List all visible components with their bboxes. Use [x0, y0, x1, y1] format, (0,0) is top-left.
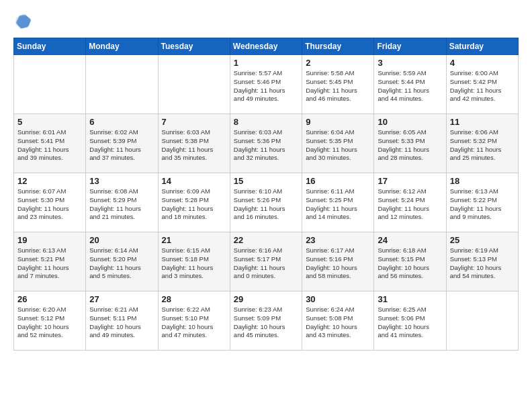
day-info: Sunrise: 6:13 AM Sunset: 5:21 PM Dayligh… — [17, 246, 82, 281]
day-number: 12 — [17, 176, 82, 186]
calendar-cell: 9Sunrise: 6:04 AM Sunset: 5:35 PM Daylig… — [302, 114, 374, 173]
calendar-cell: 8Sunrise: 6:03 AM Sunset: 5:36 PM Daylig… — [230, 114, 302, 173]
day-number: 14 — [162, 176, 226, 186]
day-number: 24 — [378, 235, 442, 245]
day-number: 15 — [234, 176, 298, 186]
calendar-week-4: 19Sunrise: 6:13 AM Sunset: 5:21 PM Dayli… — [14, 232, 519, 291]
calendar-cell: 25Sunrise: 6:19 AM Sunset: 5:13 PM Dayli… — [446, 232, 518, 291]
calendar-cell: 15Sunrise: 6:10 AM Sunset: 5:26 PM Dayli… — [230, 173, 302, 232]
day-info: Sunrise: 6:19 AM Sunset: 5:13 PM Dayligh… — [450, 246, 515, 281]
weekday-header-thursday: Thursday — [302, 38, 374, 55]
calendar-cell — [446, 291, 518, 351]
calendar-cell: 12Sunrise: 6:07 AM Sunset: 5:30 PM Dayli… — [14, 173, 86, 232]
calendar-cell: 29Sunrise: 6:23 AM Sunset: 5:09 PM Dayli… — [230, 291, 302, 351]
day-info: Sunrise: 6:06 AM Sunset: 5:32 PM Dayligh… — [450, 128, 515, 163]
logo — [13, 12, 35, 31]
calendar-cell: 14Sunrise: 6:09 AM Sunset: 5:28 PM Dayli… — [158, 173, 230, 232]
day-info: Sunrise: 6:16 AM Sunset: 5:17 PM Dayligh… — [234, 246, 298, 281]
day-info: Sunrise: 6:01 AM Sunset: 5:41 PM Dayligh… — [17, 128, 82, 163]
calendar-cell: 28Sunrise: 6:22 AM Sunset: 5:10 PM Dayli… — [158, 291, 230, 351]
day-info: Sunrise: 5:59 AM Sunset: 5:44 PM Dayligh… — [378, 69, 442, 103]
calendar-cell: 19Sunrise: 6:13 AM Sunset: 5:21 PM Dayli… — [14, 232, 86, 291]
day-number: 6 — [89, 117, 154, 127]
day-number: 22 — [234, 235, 298, 245]
day-info: Sunrise: 6:03 AM Sunset: 5:36 PM Dayligh… — [234, 128, 298, 163]
calendar-cell: 13Sunrise: 6:08 AM Sunset: 5:29 PM Dayli… — [86, 173, 158, 232]
logo-icon — [13, 12, 32, 31]
day-info: Sunrise: 6:23 AM Sunset: 5:09 PM Dayligh… — [234, 306, 298, 340]
calendar-cell: 22Sunrise: 6:16 AM Sunset: 5:17 PM Dayli… — [230, 232, 302, 291]
day-info: Sunrise: 6:24 AM Sunset: 5:08 PM Dayligh… — [306, 306, 370, 340]
day-info: Sunrise: 6:15 AM Sunset: 5:18 PM Dayligh… — [162, 246, 226, 281]
calendar-cell: 26Sunrise: 6:20 AM Sunset: 5:12 PM Dayli… — [14, 291, 86, 351]
calendar-cell — [86, 55, 158, 114]
day-info: Sunrise: 6:11 AM Sunset: 5:25 PM Dayligh… — [306, 187, 370, 222]
day-info: Sunrise: 6:05 AM Sunset: 5:33 PM Dayligh… — [378, 128, 442, 163]
calendar-cell: 17Sunrise: 6:12 AM Sunset: 5:24 PM Dayli… — [374, 173, 446, 232]
calendar-cell: 1Sunrise: 5:57 AM Sunset: 5:46 PM Daylig… — [230, 55, 302, 114]
day-number: 7 — [162, 117, 226, 127]
day-info: Sunrise: 6:00 AM Sunset: 5:42 PM Dayligh… — [450, 69, 515, 103]
calendar-body: 1Sunrise: 5:57 AM Sunset: 5:46 PM Daylig… — [14, 55, 519, 351]
calendar-cell: 7Sunrise: 6:03 AM Sunset: 5:38 PM Daylig… — [158, 114, 230, 173]
calendar-week-3: 12Sunrise: 6:07 AM Sunset: 5:30 PM Dayli… — [14, 173, 519, 232]
day-number: 28 — [162, 294, 226, 304]
day-number: 1 — [234, 58, 298, 68]
day-number: 3 — [378, 58, 442, 68]
weekday-header-saturday: Saturday — [446, 38, 518, 55]
day-info: Sunrise: 6:04 AM Sunset: 5:35 PM Dayligh… — [306, 128, 370, 163]
day-number: 2 — [306, 58, 370, 68]
day-number: 11 — [450, 117, 515, 127]
day-info: Sunrise: 6:10 AM Sunset: 5:26 PM Dayligh… — [234, 187, 298, 222]
day-number: 16 — [306, 176, 370, 186]
day-info: Sunrise: 6:09 AM Sunset: 5:28 PM Dayligh… — [162, 187, 226, 222]
day-number: 21 — [162, 235, 226, 245]
day-info: Sunrise: 6:20 AM Sunset: 5:12 PM Dayligh… — [17, 306, 82, 340]
calendar-cell: 24Sunrise: 6:18 AM Sunset: 5:15 PM Dayli… — [374, 232, 446, 291]
calendar-cell: 5Sunrise: 6:01 AM Sunset: 5:41 PM Daylig… — [14, 114, 86, 173]
calendar-cell: 16Sunrise: 6:11 AM Sunset: 5:25 PM Dayli… — [302, 173, 374, 232]
day-number: 8 — [234, 117, 298, 127]
day-number: 9 — [306, 117, 370, 127]
weekday-header-monday: Monday — [86, 38, 158, 55]
weekday-header-friday: Friday — [374, 38, 446, 55]
day-number: 27 — [89, 294, 154, 304]
calendar-cell: 27Sunrise: 6:21 AM Sunset: 5:11 PM Dayli… — [86, 291, 158, 351]
day-number: 4 — [450, 58, 515, 68]
day-number: 20 — [89, 235, 154, 245]
day-number: 17 — [378, 176, 442, 186]
day-number: 10 — [378, 117, 442, 127]
weekday-header-wednesday: Wednesday — [230, 38, 302, 55]
calendar-cell: 6Sunrise: 6:02 AM Sunset: 5:39 PM Daylig… — [86, 114, 158, 173]
page: SundayMondayTuesdayWednesdayThursdayFrid… — [0, 0, 532, 411]
weekday-header-sunday: Sunday — [14, 38, 86, 55]
day-info: Sunrise: 6:13 AM Sunset: 5:22 PM Dayligh… — [450, 187, 515, 222]
calendar-week-2: 5Sunrise: 6:01 AM Sunset: 5:41 PM Daylig… — [14, 114, 519, 173]
day-info: Sunrise: 5:58 AM Sunset: 5:45 PM Dayligh… — [306, 69, 370, 103]
day-info: Sunrise: 6:25 AM Sunset: 5:06 PM Dayligh… — [378, 306, 442, 340]
day-number: 31 — [378, 294, 442, 304]
calendar-cell: 20Sunrise: 6:14 AM Sunset: 5:20 PM Dayli… — [86, 232, 158, 291]
day-number: 5 — [17, 117, 82, 127]
day-info: Sunrise: 6:08 AM Sunset: 5:29 PM Dayligh… — [89, 187, 154, 222]
day-info: Sunrise: 6:18 AM Sunset: 5:15 PM Dayligh… — [378, 246, 442, 281]
calendar-header: SundayMondayTuesdayWednesdayThursdayFrid… — [14, 38, 519, 55]
day-number: 29 — [234, 294, 298, 304]
day-info: Sunrise: 6:12 AM Sunset: 5:24 PM Dayligh… — [378, 187, 442, 222]
calendar-week-5: 26Sunrise: 6:20 AM Sunset: 5:12 PM Dayli… — [14, 291, 519, 351]
svg-marker-2 — [16, 15, 32, 29]
weekday-header-tuesday: Tuesday — [158, 38, 230, 55]
day-info: Sunrise: 6:17 AM Sunset: 5:16 PM Dayligh… — [306, 246, 370, 281]
calendar-cell: 23Sunrise: 6:17 AM Sunset: 5:16 PM Dayli… — [302, 232, 374, 291]
day-number: 18 — [450, 176, 515, 186]
day-info: Sunrise: 6:03 AM Sunset: 5:38 PM Dayligh… — [162, 128, 226, 163]
header — [13, 12, 519, 31]
calendar-cell: 30Sunrise: 6:24 AM Sunset: 5:08 PM Dayli… — [302, 291, 374, 351]
calendar-cell: 10Sunrise: 6:05 AM Sunset: 5:33 PM Dayli… — [374, 114, 446, 173]
calendar-cell: 3Sunrise: 5:59 AM Sunset: 5:44 PM Daylig… — [374, 55, 446, 114]
weekday-header-row: SundayMondayTuesdayWednesdayThursdayFrid… — [14, 38, 519, 55]
calendar-cell: 2Sunrise: 5:58 AM Sunset: 5:45 PM Daylig… — [302, 55, 374, 114]
day-info: Sunrise: 6:22 AM Sunset: 5:10 PM Dayligh… — [162, 306, 226, 340]
day-info: Sunrise: 6:21 AM Sunset: 5:11 PM Dayligh… — [89, 306, 154, 340]
calendar-cell: 11Sunrise: 6:06 AM Sunset: 5:32 PM Dayli… — [446, 114, 518, 173]
